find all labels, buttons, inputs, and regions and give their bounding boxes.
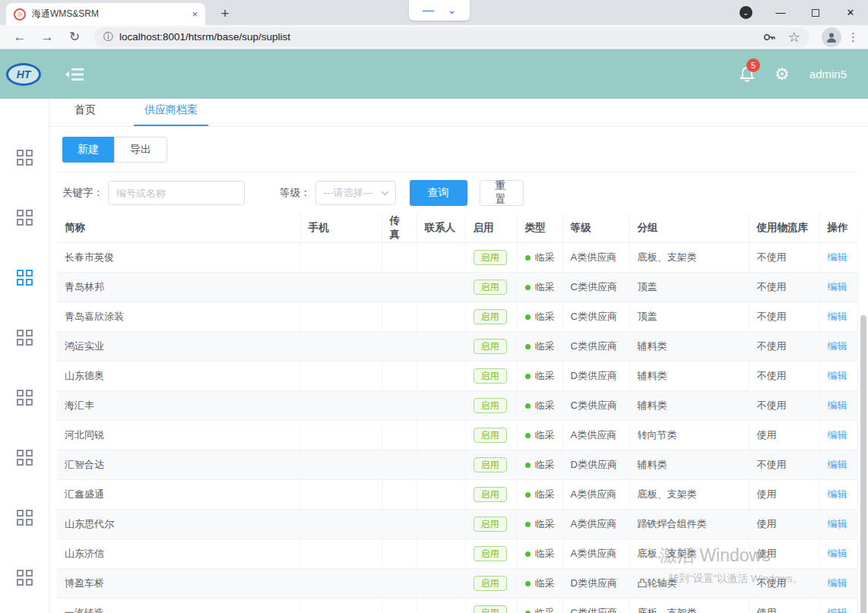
- keyword-input[interactable]: [108, 181, 245, 205]
- edit-link[interactable]: 编辑: [828, 518, 847, 529]
- enabled-badge[interactable]: 启用: [474, 546, 507, 561]
- table-row[interactable]: 汇智合达 启用 临采 D类供应商 辅料类 不使用 编辑: [57, 450, 857, 479]
- sidebar-menu-icon-3[interactable]: [17, 270, 33, 286]
- back-icon[interactable]: ←: [6, 30, 33, 45]
- cell-logistics: 不使用: [749, 272, 819, 302]
- cell-fax: [382, 272, 417, 302]
- status-dot-icon: [525, 314, 531, 320]
- edit-link[interactable]: 编辑: [828, 429, 847, 441]
- table-row[interactable]: 博盈车桥 启用 临采 D类供应商 凸轮轴类 不使用 编辑: [57, 568, 857, 598]
- sidebar-menu-icon-7[interactable]: [17, 510, 33, 526]
- cell-type: 临采: [517, 509, 562, 539]
- enabled-badge[interactable]: 启用: [474, 309, 507, 324]
- table-row[interactable]: 海汇丰 启用 临采 C类供应商 辅料类 不使用 编辑: [57, 390, 857, 420]
- keyword-label: 关键字：: [62, 186, 103, 200]
- table-row[interactable]: 河北同锐 启用 临采 A类供应商 转向节类 使用 编辑: [57, 420, 857, 450]
- edit-link[interactable]: 编辑: [828, 281, 847, 292]
- tab-supplier-archive[interactable]: 供应商档案: [138, 103, 204, 126]
- table-row[interactable]: 青岛林邦 启用 临采 C类供应商 顶盖 不使用 编辑: [57, 272, 857, 302]
- cell-mobile: [300, 390, 382, 420]
- edit-link[interactable]: 编辑: [828, 251, 847, 263]
- search-button[interactable]: 查询: [410, 180, 467, 206]
- enabled-badge[interactable]: 启用: [474, 517, 507, 532]
- edit-link[interactable]: 编辑: [828, 488, 847, 500]
- profile-avatar[interactable]: [822, 27, 841, 47]
- enabled-badge[interactable]: 启用: [474, 428, 507, 443]
- table-header-row: 简称手机传真联系人启用类型等级分组使用物流库操作: [57, 213, 857, 242]
- username[interactable]: admin5: [809, 68, 847, 81]
- settings-gear-icon[interactable]: ⚙: [775, 66, 790, 83]
- sidebar-menu-icon-8[interactable]: [17, 570, 33, 586]
- edit-link[interactable]: 编辑: [828, 548, 847, 559]
- sidebar-menu-icon-6[interactable]: [17, 450, 33, 466]
- sidebar-menu-icon-1[interactable]: [17, 150, 33, 166]
- browser-menu-icon[interactable]: ⋮: [847, 30, 859, 44]
- recorder-widget[interactable]: — ⌄: [409, 0, 470, 21]
- page-tabs: 首页供应商档案: [49, 99, 868, 127]
- window-close-button[interactable]: ✕: [833, 0, 868, 25]
- bookmark-star-icon[interactable]: ☆: [788, 29, 800, 46]
- sidebar-menu-icon-4[interactable]: [17, 330, 33, 346]
- cell-grade: D类供应商: [562, 568, 629, 598]
- tab-close-icon[interactable]: ×: [192, 8, 198, 20]
- enabled-badge[interactable]: 启用: [474, 368, 507, 384]
- scrollbar[interactable]: [860, 315, 866, 613]
- table-row[interactable]: 山东德奥 启用 临采 D类供应商 辅料类 不使用 编辑: [57, 361, 857, 390]
- edit-link[interactable]: 编辑: [828, 577, 847, 589]
- recorder-chevron-icon[interactable]: ⌄: [448, 5, 456, 16]
- edit-link[interactable]: 编辑: [828, 607, 847, 613]
- forward-icon[interactable]: →: [33, 30, 61, 45]
- cell-fax: [382, 479, 417, 509]
- extension-record-icon[interactable]: ⌄: [728, 0, 763, 25]
- tab-home[interactable]: 首页: [68, 103, 102, 126]
- cell-name: 汇鑫盛通: [57, 479, 300, 509]
- recorder-minimize-icon[interactable]: —: [423, 4, 434, 17]
- table-row[interactable]: 鸿运实业 启用 临采 C类供应商 辅料类 不使用 编辑: [57, 331, 857, 361]
- cell-name: 河北同锐: [57, 420, 300, 450]
- site-info-icon[interactable]: ⓘ: [103, 30, 113, 44]
- scrollbar-thumb[interactable]: [860, 315, 866, 613]
- column-header-4: 联系人: [417, 213, 465, 242]
- enabled-badge[interactable]: 启用: [474, 398, 507, 413]
- cell-enabled: 启用: [465, 390, 517, 420]
- export-button[interactable]: 导出: [114, 137, 167, 163]
- table-row[interactable]: 汇鑫盛通 启用 临采 A类供应商 底板、支架类 使用 编辑: [57, 479, 857, 509]
- sidebar-menu-icon-2[interactable]: [17, 210, 33, 226]
- table-row[interactable]: 青岛嘉欣涂装 启用 临采 C类供应商 顶盖 不使用 编辑: [57, 302, 857, 331]
- cell-grade: C类供应商: [562, 390, 629, 420]
- status-dot-icon: [525, 463, 531, 468]
- level-select[interactable]: ---请选择---: [315, 181, 396, 205]
- enabled-badge[interactable]: 启用: [474, 280, 507, 295]
- edit-link[interactable]: 编辑: [828, 340, 847, 352]
- edit-link[interactable]: 编辑: [828, 311, 847, 322]
- enabled-badge[interactable]: 启用: [474, 339, 507, 354]
- enabled-badge[interactable]: 启用: [474, 576, 507, 591]
- reload-icon[interactable]: ↻: [61, 29, 88, 45]
- menu-fold-icon[interactable]: [65, 67, 85, 82]
- browser-tab[interactable]: ◎ 海通WMS&SRM ×: [6, 3, 205, 25]
- enabled-badge[interactable]: 启用: [474, 250, 507, 265]
- edit-link[interactable]: 编辑: [828, 400, 847, 411]
- new-button[interactable]: 新建: [62, 137, 114, 163]
- key-icon[interactable]: [762, 30, 776, 44]
- edit-link[interactable]: 编辑: [828, 370, 847, 381]
- column-header-5: 启用: [465, 213, 517, 242]
- sidebar-menu-icon-5[interactable]: [17, 390, 33, 406]
- window-minimize-button[interactable]: —: [763, 0, 798, 25]
- url-text[interactable]: localhost:8001/htsrm/base/sup/suplist: [119, 31, 756, 43]
- window-restore-button[interactable]: [798, 0, 833, 25]
- notification-bell-icon[interactable]: 5: [740, 66, 755, 83]
- table-row[interactable]: 一汽铸造 启用 临采 C类供应商 底板、支架类 使用 编辑: [57, 598, 857, 613]
- cell-contact: [417, 598, 465, 613]
- table-row[interactable]: 长春市英俊 启用 临采 A类供应商 底板、支架类 不使用 编辑: [57, 242, 857, 272]
- table-row[interactable]: 山东济信 启用 临采 A类供应商 底板、支架类 使用 编辑: [57, 539, 857, 568]
- edit-link[interactable]: 编辑: [828, 459, 847, 470]
- cell-fax: [382, 598, 417, 613]
- url-bar[interactable]: ⓘ localhost:8001/htsrm/base/sup/suplist …: [94, 27, 809, 47]
- enabled-badge[interactable]: 启用: [474, 605, 507, 613]
- enabled-badge[interactable]: 启用: [474, 487, 507, 502]
- enabled-badge[interactable]: 启用: [474, 457, 507, 472]
- new-tab-button[interactable]: +: [216, 5, 234, 22]
- reset-button[interactable]: 重置: [480, 180, 524, 206]
- table-row[interactable]: 山东思代尔 启用 临采 A类供应商 蹄铁焊合组件类 使用 编辑: [57, 509, 857, 539]
